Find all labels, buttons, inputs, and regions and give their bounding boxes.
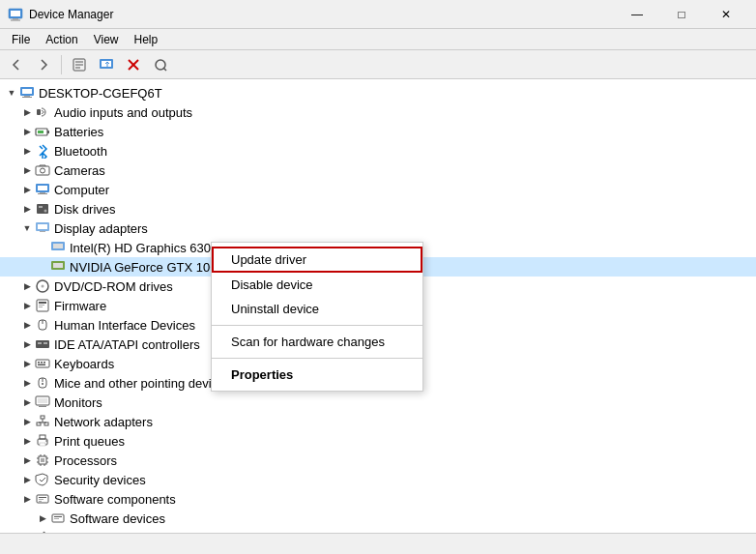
tree-item-network[interactable]: ▶ Network adapters xyxy=(0,412,756,431)
update-driver-button[interactable] xyxy=(94,53,119,76)
tree-item-displayadapters[interactable]: ▼ Display adapters xyxy=(0,219,756,238)
expand-icon-root: ▼ xyxy=(4,85,19,101)
svg-rect-14 xyxy=(22,89,32,94)
svg-rect-83 xyxy=(39,501,42,502)
menu-view[interactable]: View xyxy=(86,31,127,48)
softwaredevices-label: Software devices xyxy=(70,511,165,526)
tree-item-audio[interactable]: ▶ Audio inputs and outputs xyxy=(0,102,756,122)
svg-rect-15 xyxy=(24,96,30,97)
tree-item-security[interactable]: ▶ Security devices xyxy=(0,470,756,489)
title-bar-controls: — □ ✕ xyxy=(615,0,748,29)
svg-rect-28 xyxy=(39,206,43,208)
intel-icon xyxy=(50,240,66,255)
svg-point-55 xyxy=(42,383,44,385)
expand-icon-security: ▶ xyxy=(19,472,35,487)
network-icon xyxy=(35,414,50,429)
svg-rect-1 xyxy=(11,11,20,16)
menu-help[interactable]: Help xyxy=(127,31,166,48)
expand-icon-softwarecomponents: ▶ xyxy=(19,491,35,507)
svg-rect-51 xyxy=(44,362,45,364)
context-menu-disable[interactable]: Disable device xyxy=(212,273,422,297)
context-menu-update[interactable]: Update driver xyxy=(212,247,422,273)
ide-icon xyxy=(35,336,50,352)
expand-icon-softwaredevices: ▶ xyxy=(35,510,50,526)
tree-item-processors[interactable]: ▶ Processors xyxy=(0,451,756,470)
status-bar xyxy=(0,533,756,554)
tree-item-softwarecomponents[interactable]: ▶ Software components xyxy=(0,489,756,509)
svg-rect-3 xyxy=(11,19,20,20)
tree-item-diskdrives[interactable]: ▶ Disk drives xyxy=(0,199,756,219)
firmware-label: Firmware xyxy=(54,299,106,313)
context-menu: Update driver Disable device Uninstall d… xyxy=(211,242,423,392)
forward-button[interactable] xyxy=(31,53,56,76)
svg-rect-26 xyxy=(38,193,47,194)
svg-rect-82 xyxy=(39,499,44,500)
monitors-label: Monitors xyxy=(54,395,102,410)
tree-item-batteries[interactable]: ▶ Batteries xyxy=(0,122,756,141)
audio-icon xyxy=(35,104,50,120)
menu-file[interactable]: File xyxy=(4,31,38,48)
nvidia-label: NVIDIA GeForce GTX 1060 xyxy=(70,260,224,275)
tree-item-bluetooth[interactable]: ▶ Bluetooth xyxy=(0,141,756,160)
svg-rect-46 xyxy=(38,342,42,344)
computer-icon xyxy=(19,85,35,101)
tree-item-sound[interactable]: ▶ Sound, video and game controllers xyxy=(0,528,756,533)
toolbar-separator-1 xyxy=(61,55,62,74)
expand-icon-mice: ▶ xyxy=(19,375,35,391)
properties-button[interactable] xyxy=(67,53,92,76)
expand-icon-monitors: ▶ xyxy=(19,394,35,410)
tree-panel[interactable]: ▼ DESKTOP-CGEFQ6T ▶ Audio xyxy=(0,79,756,533)
menu-action[interactable]: Action xyxy=(38,31,85,48)
svg-rect-21 xyxy=(36,166,49,175)
close-button[interactable]: ✕ xyxy=(704,0,748,29)
context-menu-properties[interactable]: Properties xyxy=(212,363,422,387)
root-label: DESKTOP-CGEFQ6T xyxy=(39,86,162,101)
tree-item-root[interactable]: ▼ DESKTOP-CGEFQ6T xyxy=(0,83,756,102)
dvd-label: DVD/CD-ROM drives xyxy=(54,279,173,294)
tree-item-monitors[interactable]: ▶ Monitors xyxy=(0,393,756,412)
expand-icon-batteries: ▶ xyxy=(19,124,35,139)
context-menu-separator xyxy=(212,325,422,326)
svg-rect-20 xyxy=(38,131,44,133)
svg-point-22 xyxy=(41,168,45,173)
hid-icon xyxy=(35,317,50,333)
minimize-button[interactable]: — xyxy=(615,0,659,29)
mice-icon xyxy=(35,375,50,391)
svg-rect-57 xyxy=(38,398,47,403)
svg-rect-48 xyxy=(36,360,49,367)
scan-button[interactable] xyxy=(148,53,173,76)
computer-icon2 xyxy=(35,182,50,197)
svg-rect-19 xyxy=(47,131,49,133)
svg-rect-60 xyxy=(41,416,44,419)
bluetooth-icon xyxy=(35,143,50,159)
monitor-icon xyxy=(35,394,50,410)
print-label: Print queues xyxy=(54,434,125,449)
context-menu-scan[interactable]: Scan for hardware changes xyxy=(212,330,422,354)
properties-label: Properties xyxy=(231,367,293,382)
tree-item-softwaredevices[interactable]: ▶ Software devices xyxy=(0,509,756,528)
tree-item-print[interactable]: ▶ Print queues xyxy=(0,431,756,451)
expand-icon-firmware: ▶ xyxy=(19,298,35,313)
tree-item-cameras[interactable]: ▶ Cameras xyxy=(0,160,756,180)
camera-icon xyxy=(35,162,50,178)
audio-label: Audio inputs and outputs xyxy=(54,105,192,120)
svg-point-69 xyxy=(45,440,47,442)
keyboard-icon xyxy=(35,356,50,371)
expand-icon-audio: ▶ xyxy=(19,104,35,120)
scan-label: Scan for hardware changes xyxy=(231,335,385,349)
mice-label: Mice and other pointing devic... xyxy=(54,376,228,391)
toolbar xyxy=(0,50,756,79)
tree-item-computer[interactable]: ▶ Computer xyxy=(0,180,756,199)
expand-icon-hid: ▶ xyxy=(19,317,35,333)
print-icon xyxy=(35,433,50,449)
context-menu-uninstall[interactable]: Uninstall device xyxy=(212,297,422,321)
back-button[interactable] xyxy=(4,53,29,76)
expand-icon-print: ▶ xyxy=(19,433,35,449)
svg-rect-47 xyxy=(44,342,47,344)
disable-device-label: Disable device xyxy=(231,277,313,292)
expand-icon-processors: ▶ xyxy=(19,452,35,468)
maximize-button[interactable]: □ xyxy=(659,0,704,29)
svg-rect-49 xyxy=(38,362,40,364)
display-icon xyxy=(35,220,50,236)
uninstall-button[interactable] xyxy=(121,53,146,76)
